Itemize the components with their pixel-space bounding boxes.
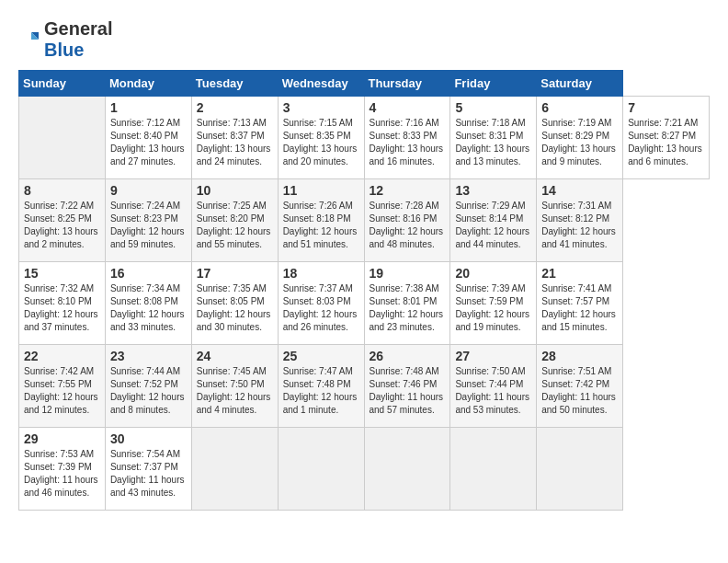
day-number: 29 bbox=[24, 431, 100, 446]
day-number: 20 bbox=[455, 266, 531, 281]
header-day-friday: Friday bbox=[450, 71, 537, 97]
day-info: Sunrise: 7:53 AM Sunset: 7:39 PM Dayligh… bbox=[24, 448, 100, 500]
calendar-cell: 19Sunrise: 7:38 AM Sunset: 8:01 PM Dayli… bbox=[364, 262, 450, 345]
calendar-cell: 29Sunrise: 7:53 AM Sunset: 7:39 PM Dayli… bbox=[19, 428, 106, 511]
day-info: Sunrise: 7:41 AM Sunset: 7:57 PM Dayligh… bbox=[541, 282, 618, 334]
day-number: 4 bbox=[370, 100, 446, 115]
calendar-cell: 27Sunrise: 7:50 AM Sunset: 7:44 PM Dayli… bbox=[450, 345, 537, 428]
day-number: 26 bbox=[370, 349, 446, 363]
day-info: Sunrise: 7:28 AM Sunset: 8:16 PM Dayligh… bbox=[370, 200, 446, 251]
day-number: 25 bbox=[283, 349, 359, 363]
day-info: Sunrise: 7:51 AM Sunset: 7:42 PM Dayligh… bbox=[541, 365, 618, 417]
header-day-sunday: Sunday bbox=[19, 71, 106, 97]
day-number: 24 bbox=[197, 349, 273, 363]
calendar-cell: 26Sunrise: 7:48 AM Sunset: 7:46 PM Dayli… bbox=[364, 345, 450, 428]
calendar-cell: 28Sunrise: 7:51 AM Sunset: 7:42 PM Dayli… bbox=[537, 345, 623, 428]
day-info: Sunrise: 7:35 AM Sunset: 8:05 PM Dayligh… bbox=[197, 282, 273, 334]
day-number: 16 bbox=[110, 266, 187, 281]
day-info: Sunrise: 7:50 AM Sunset: 7:44 PM Dayligh… bbox=[455, 365, 531, 417]
header-day-saturday: Saturday bbox=[537, 71, 623, 97]
day-number: 10 bbox=[197, 183, 273, 198]
header-day-monday: Monday bbox=[105, 71, 191, 97]
calendar-cell bbox=[537, 428, 623, 511]
day-number: 23 bbox=[110, 349, 187, 363]
calendar-cell: 1Sunrise: 7:12 AM Sunset: 8:40 PM Daylig… bbox=[105, 97, 191, 179]
day-info: Sunrise: 7:24 AM Sunset: 8:23 PM Dayligh… bbox=[110, 200, 187, 251]
calendar-cell: 5Sunrise: 7:18 AM Sunset: 8:31 PM Daylig… bbox=[450, 97, 537, 179]
calendar-cell: 25Sunrise: 7:47 AM Sunset: 7:48 PM Dayli… bbox=[278, 345, 364, 428]
calendar-cell: 2Sunrise: 7:13 AM Sunset: 8:37 PM Daylig… bbox=[191, 97, 278, 179]
day-number: 21 bbox=[541, 266, 618, 281]
calendar-cell bbox=[19, 97, 106, 179]
day-info: Sunrise: 7:38 AM Sunset: 8:01 PM Dayligh… bbox=[370, 282, 446, 334]
calendar-cell: 21Sunrise: 7:41 AM Sunset: 7:57 PM Dayli… bbox=[537, 262, 623, 345]
calendar-cell: 16Sunrise: 7:34 AM Sunset: 8:08 PM Dayli… bbox=[105, 262, 191, 345]
calendar-cell: 18Sunrise: 7:37 AM Sunset: 8:03 PM Dayli… bbox=[278, 262, 364, 345]
calendar-cell: 3Sunrise: 7:15 AM Sunset: 8:35 PM Daylig… bbox=[278, 97, 364, 179]
day-info: Sunrise: 7:42 AM Sunset: 7:55 PM Dayligh… bbox=[24, 365, 100, 417]
day-info: Sunrise: 7:37 AM Sunset: 8:03 PM Dayligh… bbox=[283, 282, 359, 334]
calendar-week-5: 29Sunrise: 7:53 AM Sunset: 7:39 PM Dayli… bbox=[19, 428, 710, 511]
calendar-cell: 10Sunrise: 7:25 AM Sunset: 8:20 PM Dayli… bbox=[191, 179, 278, 262]
calendar-week-4: 22Sunrise: 7:42 AM Sunset: 7:55 PM Dayli… bbox=[19, 345, 710, 428]
calendar-cell: 14Sunrise: 7:31 AM Sunset: 8:12 PM Dayli… bbox=[537, 179, 623, 262]
calendar-cell: 12Sunrise: 7:28 AM Sunset: 8:16 PM Dayli… bbox=[364, 179, 450, 262]
day-info: Sunrise: 7:13 AM Sunset: 8:37 PM Dayligh… bbox=[197, 117, 273, 168]
calendar-cell: 7Sunrise: 7:21 AM Sunset: 8:27 PM Daylig… bbox=[623, 97, 710, 179]
day-number: 22 bbox=[24, 349, 100, 363]
day-number: 18 bbox=[283, 266, 359, 281]
header-day-wednesday: Wednesday bbox=[278, 71, 364, 97]
calendar-cell: 24Sunrise: 7:45 AM Sunset: 7:50 PM Dayli… bbox=[191, 345, 278, 428]
calendar-cell: 15Sunrise: 7:32 AM Sunset: 8:10 PM Dayli… bbox=[19, 262, 106, 345]
calendar-cell: 4Sunrise: 7:16 AM Sunset: 8:33 PM Daylig… bbox=[364, 97, 450, 179]
day-info: Sunrise: 7:32 AM Sunset: 8:10 PM Dayligh… bbox=[24, 282, 100, 334]
day-info: Sunrise: 7:29 AM Sunset: 8:14 PM Dayligh… bbox=[455, 200, 531, 251]
day-number: 12 bbox=[370, 183, 446, 198]
day-number: 14 bbox=[541, 183, 618, 198]
day-info: Sunrise: 7:45 AM Sunset: 7:50 PM Dayligh… bbox=[197, 365, 273, 417]
day-number: 17 bbox=[197, 266, 273, 281]
logo: General Blue bbox=[18, 18, 112, 61]
day-info: Sunrise: 7:19 AM Sunset: 8:29 PM Dayligh… bbox=[541, 117, 618, 168]
day-number: 8 bbox=[24, 183, 100, 198]
day-info: Sunrise: 7:25 AM Sunset: 8:20 PM Dayligh… bbox=[197, 200, 273, 251]
day-info: Sunrise: 7:48 AM Sunset: 7:46 PM Dayligh… bbox=[370, 365, 446, 417]
day-info: Sunrise: 7:18 AM Sunset: 8:31 PM Dayligh… bbox=[455, 117, 531, 168]
day-number: 1 bbox=[110, 100, 187, 115]
day-info: Sunrise: 7:16 AM Sunset: 8:33 PM Dayligh… bbox=[370, 117, 446, 168]
day-number: 6 bbox=[541, 100, 618, 115]
day-info: Sunrise: 7:26 AM Sunset: 8:18 PM Dayligh… bbox=[283, 200, 359, 251]
calendar-cell: 8Sunrise: 7:22 AM Sunset: 8:25 PM Daylig… bbox=[19, 179, 106, 262]
calendar-cell bbox=[191, 428, 278, 511]
calendar-cell: 20Sunrise: 7:39 AM Sunset: 7:59 PM Dayli… bbox=[450, 262, 537, 345]
header-day-thursday: Thursday bbox=[364, 71, 450, 97]
calendar-cell: 9Sunrise: 7:24 AM Sunset: 8:23 PM Daylig… bbox=[105, 179, 191, 262]
calendar-cell: 11Sunrise: 7:26 AM Sunset: 8:18 PM Dayli… bbox=[278, 179, 364, 262]
day-number: 13 bbox=[455, 183, 531, 198]
calendar-table: SundayMondayTuesdayWednesdayThursdayFrid… bbox=[18, 70, 710, 511]
calendar-week-3: 15Sunrise: 7:32 AM Sunset: 8:10 PM Dayli… bbox=[19, 262, 710, 345]
day-number: 19 bbox=[370, 266, 446, 281]
day-info: Sunrise: 7:15 AM Sunset: 8:35 PM Dayligh… bbox=[283, 117, 359, 168]
day-info: Sunrise: 7:34 AM Sunset: 8:08 PM Dayligh… bbox=[110, 282, 187, 334]
logo-text: General Blue bbox=[44, 18, 112, 61]
calendar-week-2: 8Sunrise: 7:22 AM Sunset: 8:25 PM Daylig… bbox=[19, 179, 710, 262]
calendar-cell bbox=[364, 428, 450, 511]
page-header: General Blue bbox=[18, 18, 710, 61]
calendar-body: 1Sunrise: 7:12 AM Sunset: 8:40 PM Daylig… bbox=[19, 97, 710, 511]
day-number: 9 bbox=[110, 183, 187, 198]
logo-general: General bbox=[44, 18, 112, 39]
logo-icon bbox=[18, 29, 40, 51]
day-info: Sunrise: 7:22 AM Sunset: 8:25 PM Dayligh… bbox=[24, 200, 100, 251]
calendar-cell bbox=[450, 428, 537, 511]
day-info: Sunrise: 7:54 AM Sunset: 7:37 PM Dayligh… bbox=[110, 448, 187, 500]
day-number: 30 bbox=[110, 431, 187, 446]
calendar-cell: 17Sunrise: 7:35 AM Sunset: 8:05 PM Dayli… bbox=[191, 262, 278, 345]
day-number: 28 bbox=[541, 349, 618, 363]
day-number: 11 bbox=[283, 183, 359, 198]
calendar-week-1: 1Sunrise: 7:12 AM Sunset: 8:40 PM Daylig… bbox=[19, 97, 710, 179]
day-number: 5 bbox=[455, 100, 531, 115]
calendar-header-row: SundayMondayTuesdayWednesdayThursdayFrid… bbox=[19, 71, 710, 97]
day-number: 3 bbox=[283, 100, 359, 115]
calendar-cell: 13Sunrise: 7:29 AM Sunset: 8:14 PM Dayli… bbox=[450, 179, 537, 262]
